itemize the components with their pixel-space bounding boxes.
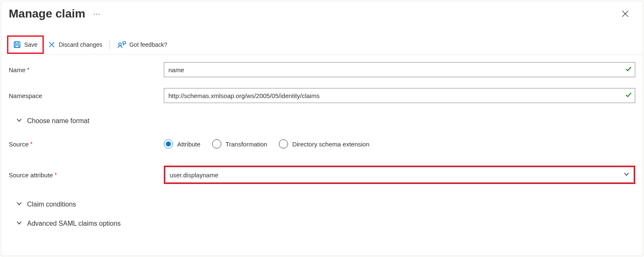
advanced-saml-expander[interactable]: Advanced SAML claims options bbox=[9, 220, 635, 227]
name-row: Name* bbox=[9, 62, 635, 77]
required-marker: * bbox=[30, 141, 33, 147]
check-icon bbox=[625, 66, 632, 74]
source-attribute-row: Source attribute* user.displayname bbox=[9, 166, 635, 184]
discard-icon bbox=[48, 41, 55, 48]
source-transformation-radio[interactable]: Transformation bbox=[212, 139, 267, 149]
toolbar-separator bbox=[110, 40, 110, 49]
name-input[interactable] bbox=[164, 62, 635, 77]
save-icon bbox=[13, 41, 21, 48]
source-directory-schema-extension-radio[interactable]: Directory schema extension bbox=[279, 139, 369, 149]
source-attribute-radio[interactable]: Attribute bbox=[164, 139, 200, 149]
chevron-down-icon bbox=[16, 117, 22, 125]
source-row: Source* Attribute Transformation Directo… bbox=[9, 136, 635, 151]
highlight-save: Save bbox=[7, 35, 44, 54]
close-icon bbox=[621, 10, 629, 18]
svg-rect-3 bbox=[15, 42, 18, 44]
form: Name* Namespace bbox=[1, 55, 643, 227]
discard-button[interactable]: Discard changes bbox=[44, 38, 106, 51]
namespace-input[interactable] bbox=[164, 88, 635, 103]
svg-point-7 bbox=[119, 43, 121, 45]
source-attribute-label: Source attribute* bbox=[9, 171, 164, 179]
choose-name-format-expander[interactable]: Choose name format bbox=[9, 117, 635, 125]
source-label: Source* bbox=[9, 141, 164, 148]
advanced-saml-label: Advanced SAML claims options bbox=[27, 220, 120, 227]
highlight-source-attribute: user.displayname bbox=[164, 166, 635, 184]
radio-icon bbox=[212, 139, 221, 149]
claim-conditions-expander[interactable]: Claim conditions bbox=[9, 201, 635, 208]
feedback-icon bbox=[118, 41, 126, 48]
choose-name-format-label: Choose name format bbox=[27, 117, 89, 125]
panel-header: Manage claim ⋯ bbox=[1, 1, 643, 23]
feedback-label: Got feedback? bbox=[129, 41, 167, 48]
svg-rect-4 bbox=[15, 45, 19, 48]
required-marker: * bbox=[55, 171, 57, 178]
radio-icon bbox=[279, 139, 288, 149]
save-button[interactable]: Save bbox=[9, 38, 42, 51]
namespace-label: Namespace bbox=[9, 92, 164, 99]
page-title: Manage claim bbox=[9, 7, 85, 20]
discard-label: Discard changes bbox=[59, 41, 102, 48]
chevron-down-icon bbox=[16, 201, 22, 208]
namespace-row: Namespace bbox=[9, 88, 635, 103]
chevron-down-icon bbox=[16, 220, 22, 227]
save-label: Save bbox=[24, 41, 38, 48]
claim-conditions-label: Claim conditions bbox=[27, 201, 76, 208]
chevron-down-icon bbox=[624, 171, 629, 179]
radio-icon bbox=[164, 139, 173, 149]
feedback-button[interactable]: Got feedback? bbox=[113, 38, 171, 51]
required-marker: * bbox=[27, 66, 29, 73]
source-attribute-dropdown[interactable]: user.displayname bbox=[165, 167, 634, 183]
close-button[interactable] bbox=[619, 7, 632, 20]
toolbar: Save Discard changes Got feedback? bbox=[1, 35, 643, 55]
more-actions-button[interactable]: ⋯ bbox=[93, 9, 101, 18]
name-label: Name* bbox=[9, 66, 164, 73]
check-icon bbox=[625, 92, 632, 100]
source-radio-group: Attribute Transformation Directory schem… bbox=[164, 139, 635, 149]
manage-claim-panel: Manage claim ⋯ Save Discard changes Got … bbox=[1, 1, 643, 256]
